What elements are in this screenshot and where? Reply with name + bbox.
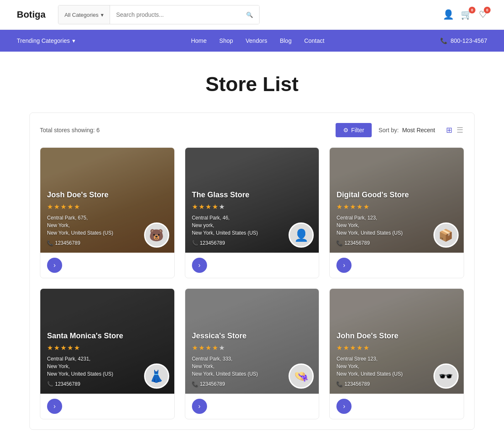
store-card: Santa Monica's Store ★★★★★ Central Park,… (40, 288, 175, 419)
nav-vendors[interactable]: Vendors (246, 37, 267, 44)
search-input[interactable] (110, 5, 240, 24)
nav-home[interactable]: Home (191, 37, 207, 44)
star-full: ★ (199, 344, 205, 352)
store-image-area: Josh Doe's Store ★★★★★ Central Park, 675… (40, 148, 174, 253)
search-button[interactable]: 🔍 (240, 5, 259, 24)
star-full: ★ (199, 203, 205, 211)
store-image-area: The Glass Store ★★★★★ Central Park, 46,N… (185, 148, 319, 253)
store-navigate-button[interactable]: › (192, 399, 207, 414)
store-card: The Glass Store ★★★★★ Central Park, 46,N… (185, 147, 320, 278)
avatar-icon: 🕶️ (435, 365, 457, 387)
phone-number: 800-123-4567 (451, 37, 487, 44)
store-name: Jessica's Store (192, 332, 312, 340)
phone-number: 123456789 (200, 240, 225, 246)
store-avatar: 🕶️ (433, 363, 459, 389)
avatar-icon: 👗 (145, 365, 168, 387)
nav-shop[interactable]: Shop (219, 37, 233, 44)
stores-grid: Josh Doe's Store ★★★★★ Central Park, 675… (40, 147, 464, 419)
view-toggles: ⊞ ☰ (445, 125, 464, 136)
trending-categories[interactable]: Trending Categories ▾ (17, 37, 75, 44)
star-full: ★ (343, 203, 349, 211)
star-full: ★ (357, 203, 362, 211)
store-stars: ★★★★★ (47, 203, 168, 211)
star-full: ★ (54, 344, 60, 352)
star-full: ★ (357, 344, 362, 352)
star-full: ★ (47, 344, 53, 352)
store-card-footer: › (185, 394, 319, 419)
star-full: ★ (343, 344, 349, 352)
store-navigate-button[interactable]: › (336, 258, 352, 273)
store-avatar: 👒 (289, 363, 314, 389)
store-card: John Doe's Store ★★★★★ Central Stree 123… (329, 288, 464, 419)
store-stars: ★★★★★ (336, 344, 457, 352)
star-full: ★ (67, 203, 73, 211)
store-stars: ★★★★★ (47, 344, 168, 352)
chevron-down-icon: ▾ (72, 37, 75, 44)
store-navigate-button[interactable]: › (47, 399, 62, 414)
store-navigate-button[interactable]: › (336, 399, 352, 414)
store-card: Jessica's Store ★★★★★ Central Park, 333,… (185, 288, 320, 419)
store-navigate-button[interactable]: › (192, 258, 207, 273)
sort-value: Most Recent (402, 127, 435, 133)
header-icons: 👤 🛒 0 ♡ 0 (443, 9, 487, 20)
phone-icon: 📞 (336, 240, 343, 246)
phone-icon: 📞 (192, 240, 198, 246)
cart-button[interactable]: 🛒 0 (461, 9, 472, 20)
store-name: Josh Doe's Store (47, 191, 168, 199)
store-card-footer: › (330, 394, 464, 419)
phone-icon: 📞 (47, 240, 53, 246)
phone-number: 123456789 (55, 240, 80, 246)
star-full: ★ (60, 203, 66, 211)
nav-contact[interactable]: Contact (304, 37, 324, 44)
page-content: Store List Total stores showing: 6 ⚙ Fil… (21, 52, 483, 447)
category-select[interactable]: All Categories ▾ (58, 5, 110, 24)
store-name: The Glass Store (192, 191, 312, 199)
star-full: ★ (205, 344, 211, 352)
star-full: ★ (336, 203, 342, 211)
filter-button[interactable]: ⚙ Filter (336, 123, 372, 137)
star-full: ★ (205, 203, 211, 211)
cart-badge: 0 (469, 7, 475, 13)
star-full: ★ (192, 344, 198, 352)
store-name: John Doe's Store (336, 332, 457, 340)
chevron-down-icon: ▾ (101, 12, 104, 18)
filter-icon: ⚙ (343, 127, 349, 133)
store-stars: ★★★★★ (336, 203, 457, 211)
user-icon: 👤 (443, 9, 454, 20)
phone-number: 123456789 (344, 240, 370, 246)
phone-area: 📞 800-123-4567 (440, 37, 487, 44)
list-view-button[interactable]: ☰ (456, 125, 464, 136)
grid-view-button[interactable]: ⊞ (445, 125, 453, 136)
navbar: Trending Categories ▾ Home Shop Vendors … (0, 30, 504, 52)
store-stars: ★★★★★ (192, 344, 312, 352)
phone-icon: 📞 (336, 381, 343, 387)
store-image-area: Digital Good's Store ★★★★★ Central Park,… (330, 148, 464, 253)
star-half: ★ (212, 344, 218, 352)
star-half: ★ (74, 344, 80, 352)
sort-area: Sort by: Most Recent (378, 127, 435, 133)
phone-number: 123456789 (344, 381, 370, 387)
phone-number: 123456789 (55, 381, 80, 387)
store-avatar: 👤 (289, 222, 314, 248)
phone-number: 123456789 (200, 381, 225, 387)
trending-label: Trending Categories (17, 37, 70, 44)
search-bar: All Categories ▾ 🔍 (58, 5, 260, 24)
store-list-toolbar: Total stores showing: 6 ⚙ Filter Sort by… (40, 123, 464, 137)
star-empty: ★ (219, 203, 225, 211)
star-full: ★ (363, 344, 369, 352)
store-card-footer: › (185, 253, 319, 278)
star-full: ★ (350, 344, 356, 352)
sort-label: Sort by: (378, 127, 399, 133)
account-button[interactable]: 👤 (443, 9, 454, 20)
site-header: Botiga All Categories ▾ 🔍 👤 🛒 0 ♡ 0 (0, 0, 504, 30)
star-full: ★ (74, 203, 80, 211)
phone-icon: 📞 (440, 37, 447, 44)
store-navigate-button[interactable]: › (47, 258, 62, 273)
filter-label: Filter (351, 127, 364, 133)
nav-blog[interactable]: Blog (280, 37, 291, 44)
avatar-icon: 👒 (290, 365, 312, 387)
wishlist-button[interactable]: ♡ 0 (479, 9, 487, 20)
store-card: Josh Doe's Store ★★★★★ Central Park, 675… (40, 147, 175, 278)
star-full: ★ (60, 344, 66, 352)
store-image-area: Jessica's Store ★★★★★ Central Park, 333,… (185, 289, 319, 394)
